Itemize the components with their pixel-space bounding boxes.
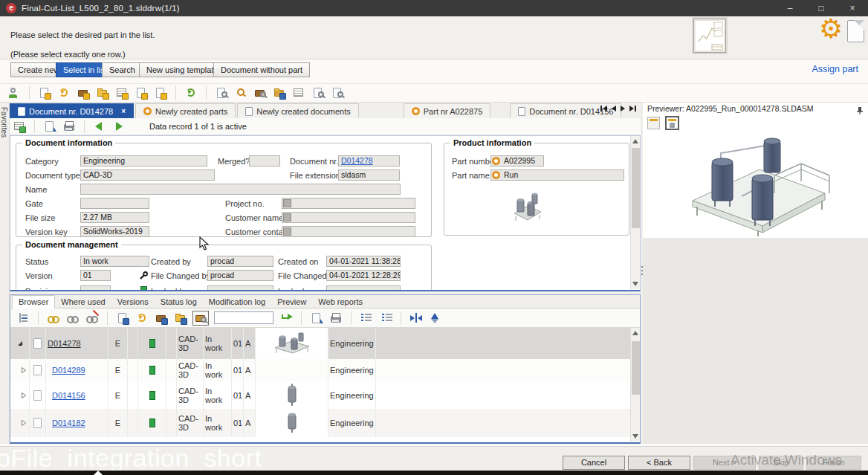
table-row[interactable]: D014278 E CAD-3D In work 01 A Engineerin… — [10, 328, 630, 359]
document-type-field[interactable]: CAD-3D — [80, 169, 215, 181]
tab-web-reports[interactable]: Web reports — [312, 296, 369, 308]
search-icon[interactable] — [234, 86, 247, 100]
refresh-icon[interactable] — [184, 86, 198, 100]
browser-filter-input[interactable] — [214, 311, 273, 324]
lookup-icon[interactable] — [283, 199, 291, 207]
tab-where-used[interactable]: Where used — [55, 296, 111, 308]
export-list-icon[interactable] — [310, 311, 323, 325]
thumbnail-toggle-icon[interactable] — [192, 311, 209, 326]
name-field[interactable] — [80, 184, 401, 195]
document-preview-icon[interactable] — [215, 86, 228, 100]
table-search-icon[interactable] — [292, 86, 305, 100]
next-record-icon[interactable] — [112, 120, 126, 133]
view-all-glasses-icon[interactable] — [66, 311, 80, 325]
locked-by-field[interactable] — [207, 285, 273, 291]
export-record-icon[interactable] — [43, 120, 56, 133]
tab-status-log[interactable]: Status log — [155, 296, 203, 308]
lookup-icon[interactable] — [283, 213, 291, 222]
document-search-icon[interactable] — [311, 86, 325, 100]
scroll-down-icon[interactable] — [632, 434, 638, 439]
project-no-field[interactable] — [282, 198, 415, 209]
scroll-up-icon[interactable] — [632, 139, 638, 143]
cancel-button[interactable]: Cancel — [563, 456, 625, 470]
part-name-field[interactable]: Run — [490, 169, 624, 181]
form-scrollbar[interactable] — [630, 136, 640, 289]
new-folder-icon[interactable] — [96, 86, 109, 100]
document-nr-link[interactable]: D014182 — [52, 419, 85, 427]
minimize-button[interactable]: – — [774, 0, 806, 16]
folder-select-icon[interactable] — [273, 86, 286, 100]
created-on-field[interactable]: 04-01-2021 11:38:28 — [326, 256, 401, 267]
lookup-icon[interactable] — [283, 227, 291, 236]
checkin-icon[interactable] — [77, 86, 90, 100]
table-filter-icon[interactable] — [115, 86, 129, 100]
scrollbar-thumb[interactable] — [632, 341, 640, 395]
table-row[interactable]: D014182 E CAD-3D In work 01 A Engineerin… — [10, 409, 630, 437]
checkin-search-icon[interactable] — [253, 86, 267, 100]
title-bar[interactable]: e Final-Cut-List_L500_2_80_1.slddrw(1/1)… — [0, 0, 868, 16]
tab-close-icon[interactable]: × — [121, 107, 126, 115]
file-extension-field[interactable]: sldasm — [338, 169, 400, 181]
locked-on-field[interactable] — [326, 285, 401, 291]
sort-icon[interactable] — [429, 311, 442, 325]
expander-collapsed-icon[interactable] — [21, 367, 27, 373]
next-tab-icon[interactable] — [621, 106, 625, 112]
tab-part-a022875[interactable]: Part nr A022875 — [404, 103, 491, 118]
first-tab-icon[interactable] — [600, 106, 607, 112]
print-record-icon[interactable] — [62, 120, 76, 133]
part-gear-icon[interactable]: ⚙ — [819, 13, 843, 45]
tab-browser[interactable]: Browser — [12, 295, 55, 308]
version-field[interactable]: 01 — [80, 270, 111, 281]
browser-scrollbar[interactable] — [630, 328, 640, 442]
file-changed-on-field[interactable]: 04-01-2021 12:28:29 — [326, 270, 401, 281]
gate-field[interactable] — [80, 198, 149, 209]
document-list-icon[interactable] — [135, 86, 148, 100]
customer-contact-field[interactable] — [282, 226, 415, 237]
table-row[interactable]: D014156 E CAD-3D In work 01 A Engineerin… — [10, 381, 630, 409]
document-page-icon[interactable] — [847, 20, 864, 42]
created-by-field[interactable]: procad — [207, 256, 273, 267]
preview-image-view-icon[interactable] — [665, 116, 679, 130]
expand-all-icon[interactable] — [360, 311, 373, 325]
pin-icon[interactable] — [856, 105, 864, 114]
scroll-up-icon[interactable] — [632, 331, 638, 335]
document-nr-link[interactable]: D014278 — [48, 339, 81, 348]
fit-columns-icon[interactable] — [409, 311, 423, 325]
document-nr-link[interactable]: D014289 — [52, 366, 85, 375]
new-document-icon[interactable] — [38, 86, 51, 100]
table-row[interactable]: D014289 E CAD-3D In work 01 A Engineerin… — [10, 359, 630, 381]
scrollbar-thumb[interactable] — [632, 148, 640, 228]
tree-structure-icon[interactable] — [16, 311, 30, 325]
file-changed-by-field[interactable]: procad — [207, 270, 273, 281]
user-search-icon[interactable] — [7, 86, 21, 100]
skip-button[interactable]: Skip — [759, 456, 803, 470]
filter-checkin-icon[interactable] — [155, 311, 168, 325]
assign-part-link[interactable]: Assign part — [812, 64, 858, 74]
filter-folder-icon[interactable] — [174, 311, 187, 325]
revision-field[interactable] — [80, 285, 111, 291]
tab-modification-log[interactable]: Modification log — [203, 296, 271, 308]
document-nr-link[interactable]: D014278 — [338, 155, 400, 167]
category-field[interactable]: Engineering — [80, 155, 207, 167]
filter-part-icon[interactable] — [135, 311, 149, 325]
hide-glasses-icon[interactable] — [85, 311, 99, 325]
status-field[interactable]: In work — [80, 256, 149, 267]
tab-newly-created-documents[interactable]: Newly created documents — [237, 103, 359, 118]
document-view-icon[interactable] — [331, 86, 344, 100]
document-nr-link[interactable]: D014156 — [52, 391, 85, 400]
customer-name-field[interactable] — [282, 212, 415, 223]
print-list-icon[interactable] — [329, 311, 343, 325]
preview-form-view-icon[interactable] — [647, 117, 660, 129]
back-button[interactable]: < Back — [628, 456, 690, 470]
expander-collapsed-icon[interactable] — [21, 392, 27, 398]
favorites-sidebar-tab[interactable]: Favorites — [0, 103, 10, 446]
prev-record-icon[interactable] — [93, 120, 106, 133]
last-tab-icon[interactable] — [629, 106, 636, 112]
tab-newly-created-parts[interactable]: Newly created parts — [135, 103, 236, 118]
expander-expanded-icon[interactable] — [17, 340, 23, 346]
refresh-part-icon[interactable] — [57, 86, 71, 100]
part-number-field[interactable]: A022995 — [490, 155, 544, 167]
collapse-all-icon[interactable] — [379, 311, 392, 325]
save-document-icon[interactable] — [154, 86, 167, 100]
3d-model-preview[interactable] — [676, 132, 847, 239]
